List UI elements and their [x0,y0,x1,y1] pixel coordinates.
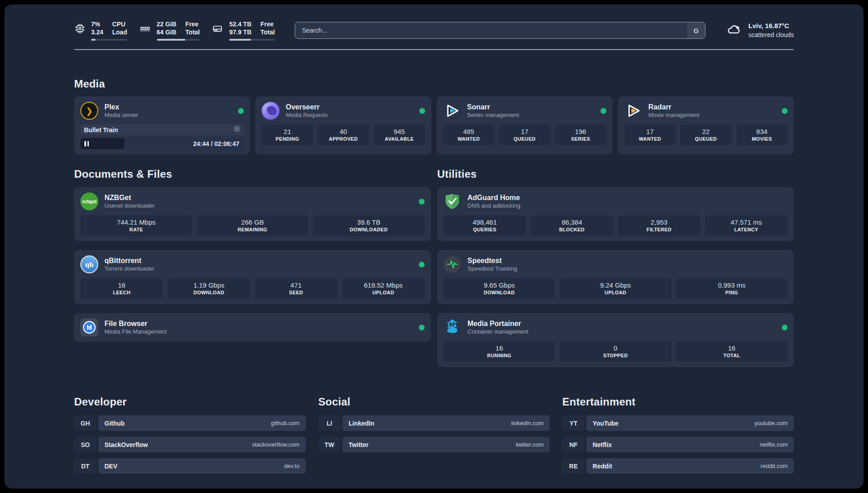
stat-available: 945 AVAILABLE [374,125,425,145]
session-icon[interactable] [234,125,240,134]
link-reddit[interactable]: RE Reddit reddit.com [562,458,794,474]
playback-bar: 24:44 / 02:06:47 [80,138,244,149]
stat-download: 9.65 Gbps DOWNLOAD [443,278,555,299]
stat-approved: 40 APPROVED [317,125,369,145]
app-card-nzbget[interactable]: nzbget NZBGet Usenet downloader 744.21 M… [74,187,431,241]
portainer-icon [443,318,461,336]
disk-icon [211,20,224,36]
app-name: NZBGet [104,194,154,202]
link-url: stackoverflow.com [252,441,299,448]
stat-remaining: 266 GB REMAINING [196,215,308,236]
app-card-portainer[interactable]: Media Portainer Container management 16 … [437,313,794,367]
status-dot [782,108,788,114]
ram-metric: 22 GiB 64 GiB Free Total [139,20,200,41]
app-card-qbittorrent[interactable]: qb qBittorrent Torrent downloader 16 LEE… [74,250,431,304]
cpu-load-value: 3.24 [91,28,103,36]
app-description: Movie management [648,112,699,118]
app-card-adguard[interactable]: AdGuard Home DNS and adblocking 498,461 … [437,187,794,241]
ram-free-label: Free [185,20,200,28]
app-description: Media File Management [104,328,167,335]
app-name: Overseerr [286,103,328,111]
stat-seed: 471 SEED [255,278,338,299]
link-name: StackOverflow [104,441,148,448]
link-name: YouTube [593,420,618,427]
link-linkedin[interactable]: LI LinkedIn linkedin.com [318,415,550,431]
app-card-speedtest[interactable]: Speedtest Speedtest Tracking 9.65 Gbps D… [437,250,794,304]
stat-running: 16 RUNNING [443,341,555,362]
link-youtube[interactable]: YT YouTube youtube.com [562,415,794,431]
documents-files-section: Documents & Files nzbget NZBGet Usenet d… [74,168,431,367]
app-description: Torrent downloader [104,265,154,272]
filebrowser-icon [80,318,98,336]
status-dot [601,108,606,114]
search-bar: G [295,22,705,39]
ram-total-value: 64 GiB [157,28,176,36]
stat-series: 196 SERIES [555,125,606,145]
link-url: netflix.com [760,441,788,448]
status-dot [419,108,425,114]
stat-wanted: 17 WANTED [624,125,676,145]
link-abbr: YT [562,415,584,431]
section-title-social: Social [318,396,550,408]
status-dot [782,325,788,330]
app-description: Media Requests [286,112,328,118]
link-name: Twitter [349,441,369,448]
app-name: Sonarr [467,103,519,111]
link-abbr: LI [318,415,341,431]
link-abbr: SO [74,437,96,452]
link-name: DEV [104,463,117,470]
status-dot [419,199,425,205]
cloud-icon [725,22,743,39]
disk-progress-bar [229,39,275,41]
link-stackoverflow[interactable]: SO StackOverflow stackoverflow.com [74,437,306,452]
link-url: reddit.com [760,463,788,469]
app-card-overseerr[interactable]: Overseerr Media Requests 21 PENDING 40 A… [255,96,431,155]
status-dot [238,108,244,114]
now-playing-row: Bullet Train [80,124,244,135]
stat-stopped: 0 STOPPED [559,341,671,362]
weather-location-temp: Lviv, 16.87°C [748,21,794,30]
app-card-plex[interactable]: ❯ Plex Media server Bullet Train 24:44 [74,96,250,155]
stat-filtered: 2,953 FILTERED [618,215,701,236]
pause-icon[interactable] [84,141,89,146]
link-abbr: TW [318,437,341,452]
app-card-radarr[interactable]: Radarr Movie management 17 WANTED 22 QUE… [618,96,794,155]
link-abbr: DT [74,458,96,474]
ram-icon [139,20,151,36]
disk-total-value: 97.9 TB [229,28,251,36]
app-name: File Browser [104,320,167,328]
app-card-filebrowser[interactable]: File Browser Media File Management [74,313,431,342]
app-description: Usenet downloader [104,202,154,209]
section-title-developer: Developer [74,396,306,408]
app-description: Media server [104,112,138,118]
search-engine-button[interactable]: G [687,22,705,38]
stat-upload: 9.24 Gbps UPLOAD [559,278,671,299]
ram-progress-bar [157,39,200,41]
search-input[interactable] [295,22,687,38]
media-section: ❯ Plex Media server Bullet Train 24:44 [74,96,794,155]
stat-queries: 498,461 QUERIES [443,215,526,236]
link-twitter[interactable]: TW Twitter twitter.com [318,437,550,452]
dashboard-page: 7% 3.24 CPU Load [4,4,864,489]
cpu-load-label: Load [112,28,127,36]
link-name: Reddit [593,463,612,470]
link-abbr: NF [562,437,584,452]
playback-time: 24:44 / 02:06:47 [193,140,244,147]
link-dev[interactable]: DT DEV dev.to [74,458,306,474]
app-name: Plex [104,103,138,111]
link-abbr: RE [562,458,584,474]
stat-blocked: 86,384 BLOCKED [530,215,613,236]
stat-upload: 618.52 Mbps UPLOAD [342,278,425,299]
link-name: Netflix [593,441,612,448]
stat-downloaded: 39.6 TB DOWNLOADED [313,215,425,236]
section-title-media: Media [74,78,794,90]
link-github[interactable]: GH Github github.com [74,415,306,431]
ram-free-value: 22 GiB [157,20,176,28]
app-card-sonarr[interactable]: Sonarr Series management 485 WANTED 17 Q… [437,96,613,155]
social-links-section: Social LI LinkedIn linkedin.com TW Twitt… [318,396,550,480]
status-dot [419,325,425,330]
link-url: twitter.com [516,441,543,448]
link-netflix[interactable]: NF Netflix netflix.com [562,437,794,452]
developer-links-section: Developer GH Github github.com SO StackO… [74,396,306,480]
app-description: Series management [467,112,519,118]
